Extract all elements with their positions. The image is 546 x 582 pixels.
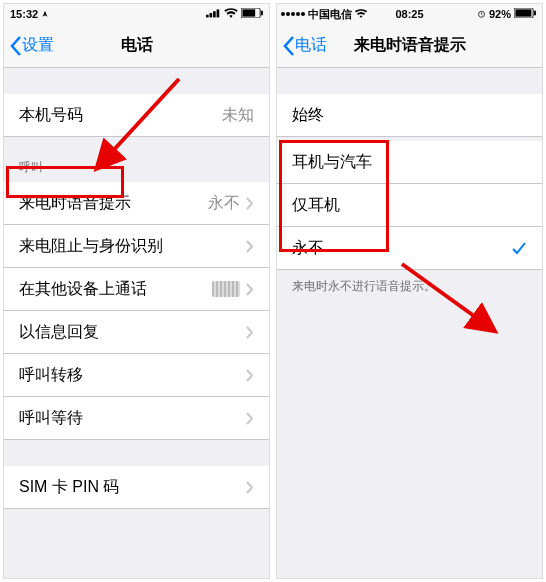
carrier-label: 中国电信 <box>308 7 352 22</box>
row-call-forwarding[interactable]: 呼叫转移 <box>4 354 269 397</box>
cell-label: 以信息回复 <box>19 322 99 343</box>
svg-rect-1 <box>210 13 213 17</box>
nav-title: 电话 <box>121 35 153 56</box>
chevron-right-icon <box>246 481 254 494</box>
row-always[interactable]: 始终 <box>277 94 542 137</box>
status-time: 08:25 <box>395 8 423 20</box>
chevron-right-icon <box>246 197 254 210</box>
cell-value: 永不 <box>208 193 240 214</box>
phone-left: 15:32 设置 电话 本机号码 未知 呼叫 来电时语 <box>3 3 270 579</box>
svg-rect-2 <box>213 11 216 17</box>
battery-percent: 92% <box>489 8 511 20</box>
nav-bar: 电话 来电时语音提示 <box>277 24 542 68</box>
row-sim-pin[interactable]: SIM 卡 PIN 码 <box>4 466 269 509</box>
cell-label: SIM 卡 PIN 码 <box>19 477 119 498</box>
svg-rect-3 <box>217 9 220 17</box>
chevron-right-icon <box>246 240 254 253</box>
svg-rect-10 <box>515 9 531 16</box>
nav-bar: 设置 电话 <box>4 24 269 68</box>
signal-icon <box>206 8 221 20</box>
cell-label: 本机号码 <box>19 105 83 126</box>
cell-label: 呼叫等待 <box>19 408 83 429</box>
row-my-number[interactable]: 本机号码 未知 <box>4 94 269 137</box>
wifi-icon <box>224 8 238 20</box>
row-headphones-car[interactable]: 耳机与汽车 <box>277 141 542 184</box>
cell-label: 来电阻止与身份识别 <box>19 236 163 257</box>
chevron-right-icon <box>246 369 254 382</box>
alarm-icon <box>477 8 486 20</box>
group-header-call: 呼叫 <box>4 137 269 182</box>
cell-label: 来电时语音提示 <box>19 193 131 214</box>
location-icon <box>41 8 49 20</box>
row-call-blocking[interactable]: 来电阻止与身份识别 <box>4 225 269 268</box>
wifi-icon <box>355 8 367 20</box>
row-never[interactable]: 永不 <box>277 227 542 270</box>
battery-icon <box>514 8 536 20</box>
svg-rect-11 <box>534 11 536 16</box>
back-button[interactable]: 电话 <box>277 35 327 56</box>
nav-title: 来电时语音提示 <box>354 35 466 56</box>
svg-rect-6 <box>261 11 263 16</box>
row-call-waiting[interactable]: 呼叫等待 <box>4 397 269 440</box>
svg-rect-0 <box>206 15 209 18</box>
battery-icon <box>241 8 263 20</box>
row-respond-text[interactable]: 以信息回复 <box>4 311 269 354</box>
cell-label: 仅耳机 <box>292 195 340 216</box>
cell-label: 呼叫转移 <box>19 365 83 386</box>
checkmark-icon <box>511 240 527 256</box>
footer-note: 来电时永不进行语音提示。 <box>277 270 542 303</box>
back-button[interactable]: 设置 <box>4 35 54 56</box>
row-other-devices[interactable]: 在其他设备上通话 <box>4 268 269 311</box>
chevron-right-icon <box>246 412 254 425</box>
chevron-right-icon <box>246 326 254 339</box>
cell-label: 始终 <box>292 105 324 126</box>
phone-right: 中国电信 08:25 92% 电话 来电时语音提示 始终 耳机与汽车 <box>276 3 543 579</box>
status-time: 15:32 <box>10 8 38 20</box>
back-label: 设置 <box>22 35 54 56</box>
row-headphones-only[interactable]: 仅耳机 <box>277 184 542 227</box>
svg-rect-5 <box>242 9 255 16</box>
signal-dots-icon <box>281 12 305 16</box>
status-bar: 中国电信 08:25 92% <box>277 4 542 24</box>
back-label: 电话 <box>295 35 327 56</box>
blurred-value <box>212 281 240 297</box>
row-announce-calls[interactable]: 来电时语音提示 永不 <box>4 182 269 225</box>
status-bar: 15:32 <box>4 4 269 24</box>
chevron-right-icon <box>246 283 254 296</box>
cell-value: 未知 <box>222 105 254 126</box>
cell-label: 耳机与汽车 <box>292 152 372 173</box>
cell-label: 永不 <box>292 238 324 259</box>
cell-label: 在其他设备上通话 <box>19 279 147 300</box>
